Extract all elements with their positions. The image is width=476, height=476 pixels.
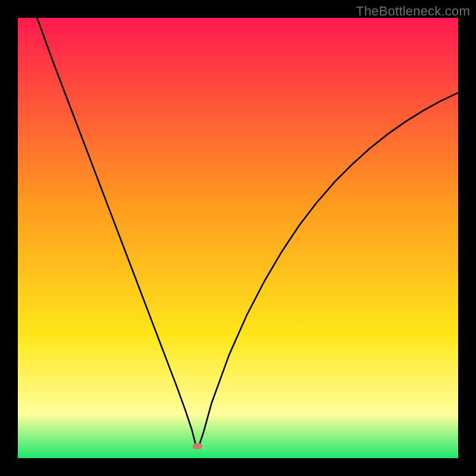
optimal-marker [193,443,202,449]
chart-frame: TheBottleneck.com [0,0,476,476]
bottleneck-chart [0,0,476,476]
gradient-background [18,18,458,458]
